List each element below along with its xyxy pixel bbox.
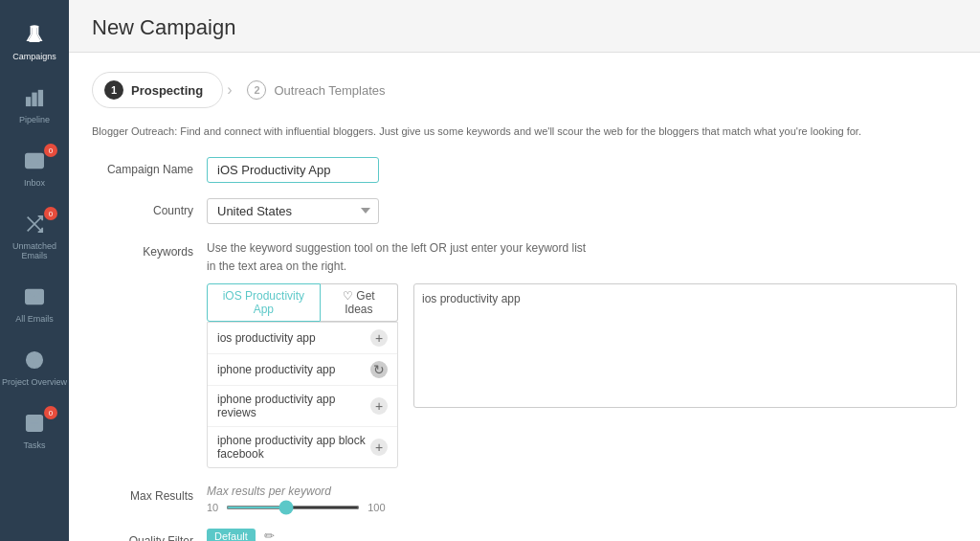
kw-add-btn-2[interactable]: + [370, 397, 388, 415]
sidebar-item-tasks[interactable]: 0 Tasks [0, 398, 69, 462]
kw-tab-active[interactable]: iOS Productivity App [207, 283, 321, 322]
content-area: 1 Prospecting › 2 Outreach Templates Blo… [69, 53, 980, 541]
step-num-2: 2 [247, 80, 266, 100]
slider-min: 10 [207, 502, 218, 513]
kw-item-3[interactable]: iphone productivity app block facebook + [208, 427, 397, 467]
chart-icon [21, 84, 48, 111]
sidebar-item-campaigns[interactable]: Campaigns [0, 10, 69, 73]
keyword-list: ios productivity app + iphone productivi… [207, 322, 398, 468]
sidebar-item-all-emails[interactable]: All Emails [0, 272, 69, 335]
max-results-desc: Max results per keyword [207, 485, 331, 498]
quality-filter-control: Default ✏ [207, 529, 957, 541]
campaign-name-input[interactable] [207, 157, 379, 183]
keywords-row: Keywords Use the keyword suggestion tool… [92, 239, 957, 468]
kw-item-1[interactable]: iphone productivity app ↻ [208, 354, 397, 386]
step-prospecting[interactable]: 1 Prospecting [92, 72, 223, 108]
sidebar-item-unmatched[interactable]: 0 Unmatched Emails [0, 199, 69, 272]
quality-filter-label: Quality Filter [92, 529, 207, 541]
country-label: Country [92, 198, 207, 217]
stepper: 1 Prospecting › 2 Outreach Templates [92, 72, 957, 108]
quality-badge: Default [207, 529, 256, 541]
kw-item-text-2: iphone productivity app reviews [217, 393, 370, 419]
slider-max: 100 [368, 502, 385, 513]
kw-add-btn-3[interactable]: + [370, 439, 388, 456]
kw-item-text-3: iphone productivity app block facebook [217, 434, 370, 461]
kw-item-0[interactable]: ios productivity app + [208, 323, 397, 354]
tasks-badge: 0 [44, 406, 57, 419]
keywords-tabs: iOS Productivity App ♡ Get Ideas [207, 283, 398, 322]
palette-icon [21, 347, 48, 373]
max-results-row: Max Results Max results per keyword 10 1… [92, 484, 957, 513]
keywords-area: iOS Productivity App ♡ Get Ideas ios pro… [207, 283, 957, 468]
kw-item-2[interactable]: iphone productivity app reviews + [208, 386, 397, 427]
svg-rect-2 [33, 93, 36, 105]
quality-filter-row: Quality Filter Default ✏ [92, 529, 957, 541]
kw-add-btn-0[interactable]: + [370, 329, 388, 347]
edit-icon[interactable]: ✏ [264, 529, 275, 541]
campaign-name-control [207, 157, 957, 183]
campaign-name-row: Campaign Name [92, 157, 957, 183]
max-results-slider[interactable] [226, 506, 360, 509]
svg-point-7 [30, 357, 33, 360]
step-label-outreach: Outreach Templates [274, 83, 385, 98]
lightbulb-icon: ♡ [343, 289, 356, 303]
slider-container: 10 100 [207, 502, 957, 513]
keywords-label: Keywords [92, 239, 207, 259]
svg-rect-1 [27, 98, 31, 105]
svg-rect-3 [39, 91, 43, 106]
kw-add-btn-1[interactable]: ↻ [370, 361, 388, 378]
max-results-control: Max results per keyword 10 100 [207, 484, 957, 513]
form-description: Blogger Outreach: Find and connect with … [92, 124, 957, 140]
sidebar-item-inbox[interactable]: 0 Inbox [0, 136, 69, 199]
email-icon [21, 283, 48, 310]
sidebar-item-pipeline[interactable]: Pipeline [0, 73, 69, 136]
kw-item-text-1: iphone productivity app [217, 363, 335, 376]
campaign-name-label: Campaign Name [92, 157, 207, 176]
step-arrow: › [227, 81, 232, 99]
country-control: United States United Kingdom Canada Aust… [207, 198, 957, 224]
country-row: Country United States United Kingdom Can… [92, 198, 957, 224]
inbox-badge: 0 [44, 144, 57, 157]
flask-icon [21, 21, 48, 48]
svg-point-6 [27, 352, 43, 369]
country-select[interactable]: United States United Kingdom Canada Aust… [207, 198, 379, 224]
svg-point-8 [36, 357, 39, 360]
step-label-prospecting: Prospecting [131, 83, 203, 98]
keywords-control: Use the keyword suggestion tool on the l… [207, 239, 957, 468]
svg-point-9 [33, 361, 36, 364]
keywords-left: iOS Productivity App ♡ Get Ideas ios pro… [207, 283, 398, 468]
page-title: New Campaign [92, 15, 957, 40]
main-content: New Campaign 1 Prospecting › 2 Outreach … [69, 0, 980, 541]
keyword-textarea[interactable]: ios productivity app [413, 283, 957, 408]
sidebar-item-project-overview[interactable]: Project Overview [0, 335, 69, 398]
step-outreach[interactable]: 2 Outreach Templates [235, 73, 404, 107]
page-header: New Campaign [69, 0, 980, 53]
kw-item-text-0: ios productivity app [217, 331, 316, 345]
sidebar: Campaigns Pipeline 0 Inbox 0 Unmatched E… [0, 0, 69, 541]
kw-tab-get-ideas[interactable]: ♡ Get Ideas [321, 283, 398, 322]
step-num-1: 1 [104, 80, 123, 100]
max-results-label: Max Results [92, 484, 207, 503]
unmatched-badge: 0 [44, 207, 57, 220]
keywords-desc: Use the keyword suggestion tool on the l… [207, 239, 590, 276]
